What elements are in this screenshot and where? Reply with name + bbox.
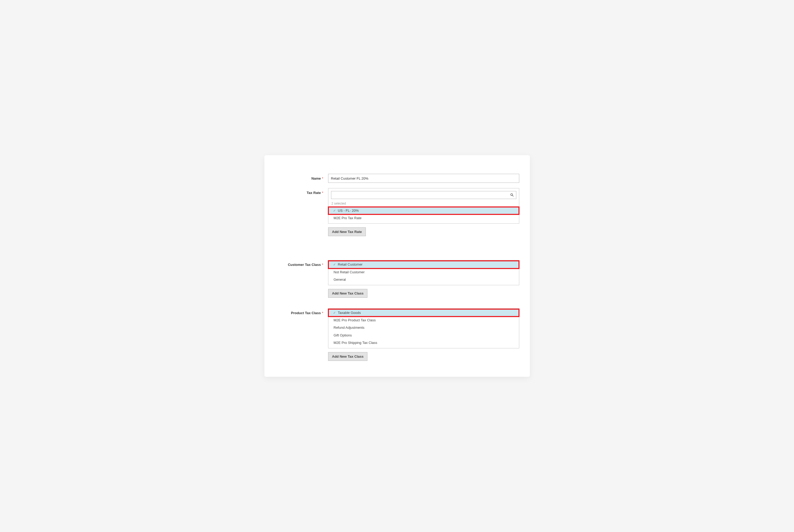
tax-rate-search-wrap	[328, 188, 519, 201]
customer-tax-class-row: Customer Tax Class* ✓ Retail Customer No…	[275, 260, 519, 298]
tax-rate-multiselect: 2 selected ✓ US - FL- 20% M2E Pro Tax Ra…	[328, 188, 519, 224]
tax-rate-search-input[interactable]	[331, 191, 516, 199]
tax-rule-form-card: Name* Tax Rate* 2 selected ✓ US - FL	[264, 155, 530, 377]
name-label: Name	[311, 176, 321, 180]
product-tax-class-option[interactable]: M2E Pro Product Tax Class	[328, 317, 519, 324]
product-tax-class-option[interactable]: Gift Options	[328, 332, 519, 339]
name-label-col: Name*	[275, 174, 328, 181]
product-tax-class-option[interactable]: ✓ Taxable Goods	[328, 309, 519, 317]
required-star: *	[322, 263, 323, 267]
customer-tax-class-label-col: Customer Tax Class*	[275, 260, 328, 267]
check-icon: ✓	[333, 209, 337, 213]
customer-tax-class-option[interactable]: General	[328, 276, 519, 283]
tax-rate-label: Tax Rate	[307, 191, 321, 195]
check-icon: ✓	[333, 311, 337, 315]
tax-rate-option[interactable]: ✓ US - FL- 20%	[328, 207, 519, 214]
option-label: US - FL- 20%	[338, 208, 359, 213]
tax-rate-row: Tax Rate* 2 selected ✓ US - FL- 20% M2E …	[275, 188, 519, 236]
tax-rate-label-col: Tax Rate*	[275, 188, 328, 195]
product-tax-class-multiselect: ✓ Taxable Goods M2E Pro Product Tax Clas…	[328, 308, 519, 348]
customer-tax-class-label: Customer Tax Class	[288, 263, 321, 267]
tax-rate-option[interactable]: M2E Pro Tax Rate	[328, 214, 519, 222]
name-field-col	[328, 174, 519, 183]
tax-rate-field-col: 2 selected ✓ US - FL- 20% M2E Pro Tax Ra…	[328, 188, 519, 236]
add-new-tax-rate-button[interactable]: Add New Tax Rate	[328, 227, 366, 236]
name-input[interactable]	[328, 174, 519, 183]
add-new-product-tax-class-button[interactable]: Add New Tax Class	[328, 352, 368, 361]
customer-tax-class-option[interactable]: Not Retail Customer	[328, 268, 519, 276]
product-tax-class-option[interactable]: Refund Adjustments	[328, 324, 519, 331]
option-label: Gift Options	[334, 333, 352, 338]
option-label: Not Retail Customer	[334, 270, 365, 274]
option-label: General	[334, 277, 346, 282]
customer-tax-class-field-col: ✓ Retail Customer Not Retail Customer Ge…	[328, 260, 519, 298]
add-new-customer-tax-class-button[interactable]: Add New Tax Class	[328, 289, 368, 298]
option-label: M2E Pro Tax Rate	[334, 216, 362, 221]
customer-tax-class-multiselect: ✓ Retail Customer Not Retail Customer Ge…	[328, 260, 519, 285]
required-star: *	[322, 191, 323, 195]
product-tax-class-label-col: Product Tax Class*	[275, 308, 328, 315]
product-tax-class-label: Product Tax Class	[291, 311, 321, 315]
required-star: *	[322, 176, 323, 180]
search-icon	[510, 193, 514, 197]
option-label: M2E Pro Product Tax Class	[334, 318, 376, 323]
product-tax-class-option[interactable]: M2E Pro Shipping Tax Class	[328, 339, 519, 346]
option-label: Refund Adjustments	[334, 325, 365, 330]
option-label: Taxable Goods	[338, 310, 361, 315]
product-tax-class-field-col: ✓ Taxable Goods M2E Pro Product Tax Clas…	[328, 308, 519, 361]
name-row: Name*	[275, 174, 519, 183]
required-star: *	[322, 311, 323, 315]
option-label: M2E Pro Shipping Tax Class	[334, 340, 377, 345]
customer-tax-class-option[interactable]: ✓ Retail Customer	[328, 261, 519, 268]
option-label: Retail Customer	[338, 262, 363, 267]
tax-rate-selected-count: 2 selected	[328, 201, 519, 207]
check-icon: ✓	[333, 262, 337, 267]
product-tax-class-row: Product Tax Class* ✓ Taxable Goods M2E P…	[275, 308, 519, 361]
